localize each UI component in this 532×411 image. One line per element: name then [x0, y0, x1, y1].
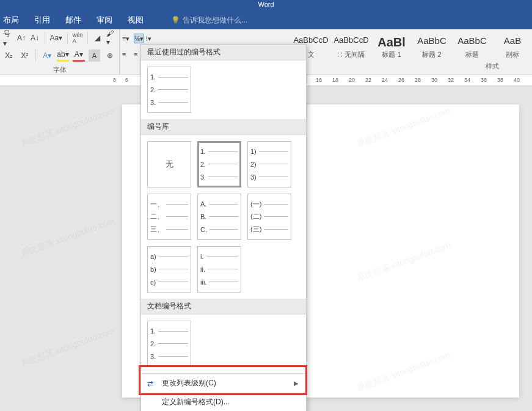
multilevel-icon[interactable]: ⁝▾	[145, 34, 155, 43]
align-left-icon[interactable]: ≡	[122, 49, 132, 59]
title-bar: Word	[0, 0, 532, 11]
ruler-tick: 36	[481, 77, 487, 83]
numbering-dropdown: 最近使用过的编号格式 1.2.3. 编号库 无1.2.3.1)2)3)一、二、三…	[140, 44, 307, 411]
menu-bar: 布局 引用 邮件 审阅 视图 💡 告诉我您想做什么...	[0, 11, 532, 29]
change-list-level[interactable]: ⇄ 更改列表级别(C) ▶	[141, 374, 306, 393]
document-formats-header: 文档编号格式	[141, 299, 306, 315]
ruler-tick: 26	[398, 77, 404, 83]
ruler-tick: 28	[415, 77, 421, 83]
menu-review[interactable]: 审阅	[97, 15, 112, 26]
enclose-char-icon[interactable]: ⊕	[104, 49, 116, 62]
ruler-tick: 16	[316, 77, 322, 83]
ribbon-font-group: 号▾ A↑ A↓ Aa▾ wénA ◢ 🖌▾ X₂ X² A▾ ab▾ A▾ A…	[0, 29, 119, 75]
menu-references[interactable]: 引用	[34, 15, 50, 26]
ruler-tick: 8	[113, 77, 116, 83]
clear-format-icon[interactable]: ◢	[93, 32, 103, 44]
style-item-3[interactable]: AaBbC标题 2	[414, 35, 450, 59]
menu-view[interactable]: 视图	[128, 15, 144, 26]
ruler-tick: 40	[514, 77, 520, 83]
numbering-format-tile[interactable]: (一)(二)(三)	[247, 194, 291, 240]
superscript-icon[interactable]: X²	[19, 49, 31, 62]
tell-me[interactable]: 💡 告诉我您想做什么...	[171, 15, 247, 26]
ruler-tick: 20	[349, 77, 355, 83]
numbering-format-tile[interactable]: A.B.C.	[197, 194, 241, 240]
numbering-format-tile[interactable]: i.ii.iii.	[197, 246, 241, 293]
ruler-tick: 24	[382, 77, 388, 83]
recent-formats-header: 最近使用过的编号格式	[141, 45, 306, 60]
numbering-format-tile[interactable]: 1.2.3.	[197, 141, 241, 187]
font-size-dropdown[interactable]: 号▾	[3, 32, 13, 44]
ruler-tick: 18	[332, 77, 338, 83]
indent-icon: ⇄	[147, 379, 153, 388]
format-painter-icon[interactable]: 🖌▾	[106, 32, 116, 44]
style-item-4[interactable]: AaBbC标题	[454, 35, 490, 59]
style-item-5[interactable]: AaB副标	[495, 35, 530, 59]
font-color-icon[interactable]: A▾	[73, 49, 85, 62]
ruler-tick: 34	[464, 77, 470, 83]
numbering-format-tile[interactable]: 1)2)3)	[247, 141, 291, 187]
define-new-format[interactable]: 定义新编号格式(D)...	[141, 393, 306, 411]
subscript-icon[interactable]: X₂	[3, 49, 15, 62]
numbering-icon[interactable]: ⅛▾	[134, 34, 144, 43]
styles-group-label: 样式	[293, 62, 532, 71]
menu-mailings[interactable]: 邮件	[65, 15, 81, 26]
font-group-label: 字体	[0, 64, 119, 75]
char-shading-icon[interactable]: A	[89, 49, 101, 62]
numbering-format-tile[interactable]: a)b)c)	[147, 246, 191, 293]
ruler-tick: 30	[431, 77, 437, 83]
change-case-icon[interactable]: Aa▾	[50, 32, 62, 44]
numbering-library-header: 编号库	[141, 119, 306, 135]
ruler-tick: 6	[125, 77, 128, 83]
menu-layout[interactable]: 布局	[3, 15, 19, 26]
numbering-format-tile[interactable]: 1.2.3.	[147, 67, 191, 113]
ruler-tick: 38	[497, 77, 503, 83]
highlight-icon[interactable]: ab▾	[57, 49, 69, 62]
chevron-right-icon: ▶	[294, 380, 299, 387]
phonetic-guide-icon[interactable]: wénA	[73, 32, 83, 44]
increase-font-icon[interactable]: A↑	[16, 32, 26, 44]
numbering-format-tile[interactable]: 1.2.3.	[147, 321, 191, 367]
bullets-icon[interactable]: ≡▾	[122, 34, 132, 43]
style-item-2[interactable]: AaBl标题 1	[374, 35, 409, 59]
style-item-1[interactable]: AaBbCcD⸬ 无间隔	[333, 35, 369, 59]
ruler-tick: 32	[448, 77, 454, 83]
dropdown-footer: ⇄ 更改列表级别(C) ▶ 定义新编号格式(D)... ✎ 设置编号值(V)..…	[141, 373, 306, 411]
numbering-format-tile[interactable]: 一、二、三、	[147, 194, 191, 240]
numbering-none[interactable]: 无	[147, 141, 191, 187]
ruler-tick: 22	[365, 77, 371, 83]
text-effects-icon[interactable]: A▾	[41, 49, 53, 62]
decrease-font-icon[interactable]: A↓	[30, 32, 40, 44]
lightbulb-icon: 💡	[171, 16, 180, 24]
